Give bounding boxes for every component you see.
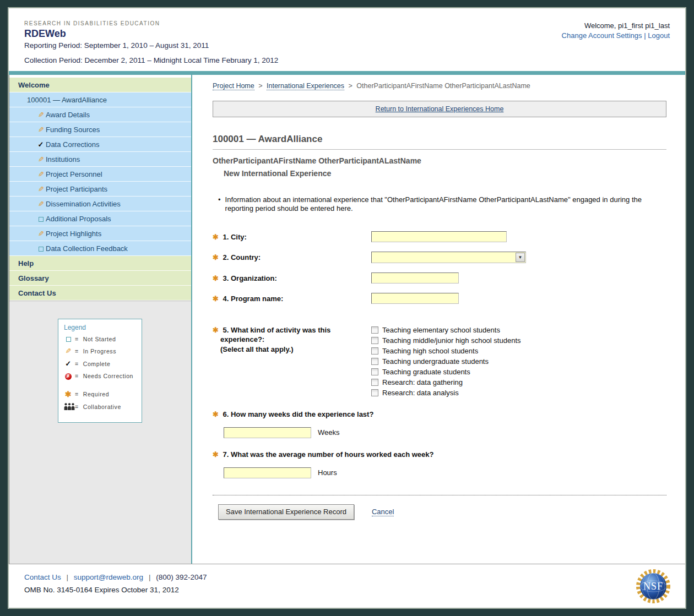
main-content: Project Home > International Experiences… xyxy=(192,75,685,564)
activity-checkbox-research-analysis[interactable] xyxy=(371,389,378,396)
breadcrumb-separator: > xyxy=(349,82,353,90)
hours-question-label: ✱ 7. What was the average number of hour… xyxy=(213,450,666,459)
sidebar-item-project-highlights[interactable]: ✎ Project Highlights xyxy=(9,226,191,241)
form-separator xyxy=(213,495,666,495)
sidebar-item-help[interactable]: Help xyxy=(9,256,191,271)
checkbox-label: Teaching middle/junior high school stude… xyxy=(382,336,521,345)
legend-label: Complete xyxy=(83,361,111,367)
field-label: 7. What was the average number of hours … xyxy=(223,450,434,459)
footer-contact-us-link[interactable]: Contact Us xyxy=(24,573,61,581)
pencil-icon: ✎ xyxy=(36,200,46,208)
breadcrumb: Project Home > International Experiences… xyxy=(213,82,666,90)
legend-equals: = xyxy=(75,361,79,367)
sidebar-item-award[interactable]: 100001 — AwardAlliance xyxy=(9,92,191,107)
sidebar-item-data-corrections[interactable]: ✓ Data Corrections xyxy=(9,137,191,152)
legend-equals: = xyxy=(75,373,79,379)
legend-equals: = xyxy=(75,391,79,397)
weeks-question-label: ✱ 6. How many weeks did the experience l… xyxy=(213,410,666,418)
sidebar-item-additional-proposals[interactable]: Additional Proposals xyxy=(9,211,191,226)
org-eyebrow: RESEARCH IN DISABILITIES EDUCATION xyxy=(24,20,278,26)
sidebar-item-label: Funding Sources xyxy=(46,126,100,134)
activity-checkbox-teaching-high[interactable] xyxy=(371,347,378,355)
footer-email-link[interactable]: support@rdeweb.org xyxy=(74,573,143,581)
required-star-icon: ✱ xyxy=(213,450,219,459)
checkbox-row: Teaching elementary school students xyxy=(371,325,521,335)
checkbox-label: Teaching graduate students xyxy=(382,368,470,376)
sidebar-item-project-participants[interactable]: ✎ Project Participants xyxy=(9,182,191,197)
footer-omb-text: OMB No. 3145-0164 Expires October 31, 20… xyxy=(24,586,672,594)
legend-title: Legend xyxy=(64,324,136,331)
country-select[interactable]: ▼ xyxy=(371,252,526,263)
city-input[interactable] xyxy=(371,231,507,242)
info-bullet-text: Information about an international exper… xyxy=(225,195,659,214)
activity-checkbox-teaching-undergraduate[interactable] xyxy=(371,358,378,365)
activity-options: Teaching elementary school students Teac… xyxy=(371,324,521,398)
checkbox-row: Teaching graduate students xyxy=(371,367,521,377)
required-star-icon: ✱ xyxy=(213,253,219,261)
sidebar-item-label: Glossary xyxy=(18,274,49,282)
logout-link[interactable]: Logout xyxy=(648,31,670,40)
sidebar-item-label: Data Collection Feedback xyxy=(46,244,128,253)
hours-input[interactable] xyxy=(224,467,311,478)
field-label: 3. Organization: xyxy=(223,274,277,282)
legend-spacer xyxy=(64,384,136,390)
save-button[interactable]: Save International Experience Record xyxy=(218,504,354,520)
sidebar-item-label: Project Personnel xyxy=(46,170,102,178)
sidebar-item-award-details[interactable]: ✎ Award Details xyxy=(9,107,191,122)
checkbox-label: Teaching elementary school students xyxy=(382,326,500,334)
weeks-input-row: Weeks xyxy=(213,427,666,438)
sidebar-item-label: Data Corrections xyxy=(46,140,100,149)
header-left: RESEARCH IN DISABILITIES EDUCATION RDEWe… xyxy=(24,20,278,64)
sidebar-item-funding-sources[interactable]: ✎ Funding Sources xyxy=(9,122,191,137)
sidebar-item-contact-us[interactable]: Contact Us xyxy=(9,286,191,301)
pencil-icon: ✎ xyxy=(36,155,46,163)
field-label: 5. What kind of activity was this xyxy=(223,326,331,334)
activity-label-line2: experience?: xyxy=(213,335,371,345)
required-star-icon: ✱ xyxy=(213,410,219,418)
return-home-bar: Return to International Experiences Home xyxy=(213,101,666,117)
pencil-icon: ✎ xyxy=(36,230,46,238)
weeks-input[interactable] xyxy=(224,427,311,438)
activity-checkbox-teaching-graduate[interactable] xyxy=(371,368,378,375)
page-header: RESEARCH IN DISABILITIES EDUCATION RDEWe… xyxy=(9,8,685,71)
account-links: Change Account Settings | Logout xyxy=(562,31,670,40)
field-label: 4. Program name: xyxy=(223,295,284,303)
legend-label: Needs Correction xyxy=(83,373,133,379)
breadcrumb-project-home-link[interactable]: Project Home xyxy=(213,82,254,90)
pencil-icon: ✎ xyxy=(36,111,46,119)
pencil-icon: ✎ xyxy=(36,126,46,134)
return-to-international-experiences-link[interactable]: Return to International Experiences Home xyxy=(376,105,504,113)
organization-input[interactable] xyxy=(371,272,459,284)
pencil-icon: ✎ xyxy=(36,170,46,178)
breadcrumb-international-experiences-link[interactable]: International Experiences xyxy=(267,82,344,90)
sidebar-item-glossary[interactable]: Glossary xyxy=(9,271,191,286)
cancel-link[interactable]: Cancel xyxy=(372,508,394,516)
legend-equals: = xyxy=(75,404,79,410)
program-name-label: ✱ 4. Program name: xyxy=(213,293,371,303)
sidebar-item-welcome[interactable]: Welcome xyxy=(9,78,191,92)
required-star-icon: ✱ xyxy=(213,274,219,282)
activity-checkbox-teaching-middle[interactable] xyxy=(371,337,378,344)
activity-checkbox-research-gathering[interactable] xyxy=(371,379,378,386)
legend-box: Legend = Not Started ✎ = In Progress ✓ = xyxy=(58,319,142,423)
weeks-unit-label: Weeks xyxy=(318,428,340,437)
pencil-icon: ✎ xyxy=(36,185,46,193)
sidebar-item-label: Project Participants xyxy=(46,185,107,193)
sidebar-item-label: Additional Proposals xyxy=(46,215,111,223)
activity-checkbox-teaching-elementary[interactable] xyxy=(371,326,378,334)
sidebar-item-data-collection-feedback[interactable]: Data Collection Feedback xyxy=(9,241,191,256)
change-account-settings-link[interactable]: Change Account Settings xyxy=(562,31,642,40)
sidebar-item-label: Award Details xyxy=(46,111,90,119)
legend-label: Not Started xyxy=(83,336,116,342)
activity-label-line3: (Select all that apply.) xyxy=(213,345,371,355)
sidebar-item-institutions[interactable]: ✎ Institutions xyxy=(9,152,191,167)
form-row-country: ✱ 2. Country: ▼ xyxy=(213,252,666,263)
form-actions: Save International Experience Record Can… xyxy=(213,504,666,520)
chevron-down-icon[interactable]: ▼ xyxy=(516,253,525,262)
pencil-icon: ✎ xyxy=(64,347,73,355)
sidebar-item-project-personnel[interactable]: ✎ Project Personnel xyxy=(9,167,191,182)
program-name-input[interactable] xyxy=(371,293,459,304)
check-icon: ✓ xyxy=(64,359,73,368)
sidebar-item-label: Project Highlights xyxy=(46,230,101,238)
sidebar-item-dissemination-activities[interactable]: ✎ Dissemination Activities xyxy=(9,197,191,211)
